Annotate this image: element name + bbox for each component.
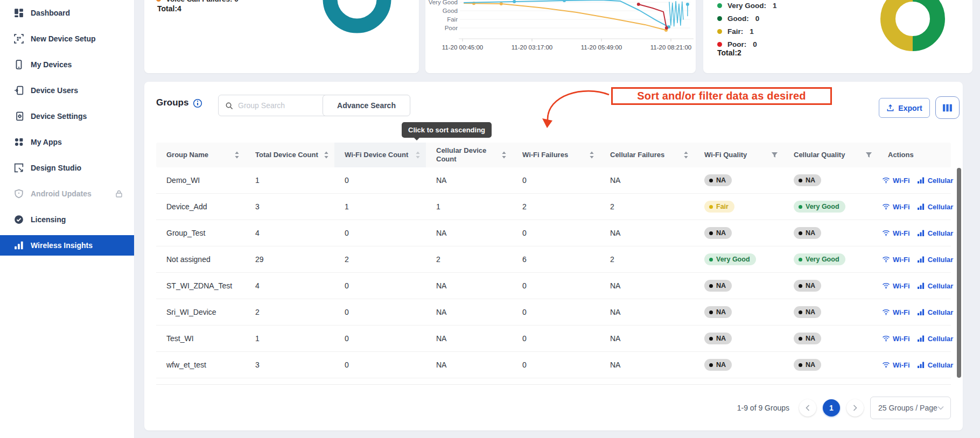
wifi-action-link[interactable]: Wi-Fi [882, 282, 910, 290]
page-size-select[interactable]: 25 Groups / Page [870, 397, 951, 419]
sidebar-item-android-updates[interactable]: Android Updates [0, 181, 134, 207]
wifi-action-link[interactable]: Wi-Fi [882, 176, 910, 185]
cell-actions: Wi-FiCellular [878, 299, 953, 325]
svg-text:Fair: Fair [447, 16, 458, 23]
sidebar-item-dashboard[interactable]: Dashboard [0, 0, 134, 26]
cell-total-device-count: 3 [245, 352, 334, 378]
cell-cellular-device-count: NA [426, 326, 512, 351]
sidebar-item-label: New Device Setup [31, 34, 96, 43]
next-page-button[interactable] [846, 399, 864, 416]
sort-icon[interactable] [415, 151, 421, 159]
sidebar-item-device-settings[interactable]: Device Settings [0, 103, 134, 129]
column-header-group-name[interactable]: Group Name [156, 143, 245, 167]
cell-cellular-quality: NA [783, 167, 878, 193]
cell-total-device-count: 1 [245, 326, 334, 351]
cellular-action-link[interactable]: Cellular [917, 229, 954, 237]
sidebar-item-licensing[interactable]: Licensing [0, 207, 134, 232]
sort-icon[interactable] [501, 151, 507, 159]
cellular-quality-card: Very Good:1Good:0Fair:1Poor:0 Total:2 [703, 0, 972, 73]
table-row-device_add: Device_Add31122FairVery GoodWi-FiCellula… [156, 194, 951, 220]
column-header-cellular-device-count[interactable]: Cellular Device Count [426, 143, 512, 167]
cell-actions: Wi-FiCellular [878, 194, 953, 220]
column-header-wi-fi-quality[interactable]: Wi-Fi Quality [694, 143, 783, 167]
cell-cellular-quality: Very Good [783, 246, 878, 272]
table-row-test_wi: Test_WI10NA0NANANAWi-FiCellular [156, 326, 951, 352]
sort-icon[interactable] [683, 151, 689, 159]
cell-wifi-device-count: 0 [334, 352, 426, 378]
cell-cellular-quality: NA [783, 352, 878, 378]
quality-badge: NA [794, 280, 821, 292]
sort-icon[interactable] [234, 151, 240, 159]
cellular-action-link[interactable]: Cellular [917, 335, 954, 343]
group-search[interactable] [218, 95, 333, 116]
quality-badge: Very Good [794, 201, 845, 213]
filter-icon[interactable] [865, 152, 872, 159]
cell-actions: Wi-FiCellular [878, 326, 953, 351]
cell-cellular-failures: NA [600, 326, 694, 351]
cell-wifi-device-count: 0 [334, 299, 426, 325]
cell-group-name: Not assigned [156, 246, 245, 272]
wifi-action-link[interactable]: Wi-Fi [882, 229, 910, 237]
wifi-icon [882, 309, 890, 315]
sort-icon[interactable] [324, 151, 329, 159]
cell-wifi-device-count: 2 [334, 246, 426, 272]
pagination-summary: 1-9 of 9 Groups [737, 404, 789, 412]
table-scrollbar-thumb[interactable] [957, 168, 961, 378]
wifi-action-link[interactable]: Wi-Fi [882, 256, 910, 264]
cell-total-device-count: 3 [245, 194, 334, 220]
teal-donut-chart [144, 0, 419, 73]
svg-text:Good: Good [443, 8, 458, 14]
groups-title: Groups [156, 97, 188, 108]
sidebar-item-design-studio[interactable]: Design Studio [0, 155, 134, 181]
wifi-icon [882, 230, 890, 236]
groups-card: Groups Advance Search Export Click to so… [144, 82, 963, 430]
column-header-cellular-quality[interactable]: Cellular Quality [783, 143, 878, 167]
cell-cellular-device-count: NA [426, 299, 512, 325]
column-header-wi-fi-device-count[interactable]: Wi-Fi Device Count [334, 143, 426, 167]
cell-cellular-device-count: NA [426, 352, 512, 378]
sidebar-item-device-users[interactable]: Device Users [0, 77, 134, 103]
prev-page-button[interactable] [799, 399, 816, 416]
sidebar-item-my-apps[interactable]: My Apps [0, 129, 134, 155]
cell-wifi-quality: NA [694, 352, 783, 378]
sidebar-item-my-devices[interactable]: My Devices [0, 52, 134, 77]
filter-icon[interactable] [771, 152, 778, 159]
cellular-action-link[interactable]: Cellular [917, 203, 954, 211]
wifi-action-link[interactable]: Wi-Fi [882, 203, 910, 211]
page-1-button[interactable]: 1 [823, 399, 840, 416]
info-icon[interactable] [193, 98, 202, 108]
wifi-action-link[interactable]: Wi-Fi [882, 335, 910, 343]
sidebar-item-label: Design Studio [31, 164, 81, 172]
cellular-action-link[interactable]: Cellular [917, 256, 954, 264]
quality-badge: Fair [704, 201, 734, 213]
cell-wifi-failures: 0 [512, 299, 600, 325]
sidebar-item-label: My Apps [31, 138, 62, 146]
column-settings-button[interactable] [935, 96, 960, 119]
cell-cellular-device-count: NA [426, 220, 512, 246]
column-header-total-device-count[interactable]: Total Device Count [245, 143, 334, 167]
wifi-action-link[interactable]: Wi-Fi [882, 361, 910, 369]
cellular-action-link[interactable]: Cellular [917, 176, 954, 185]
sort-icon[interactable] [589, 151, 594, 159]
cell-cellular-failures: NA [600, 167, 694, 193]
cellular-action-link[interactable]: Cellular [917, 308, 954, 316]
sidebar-item-wireless-insights[interactable]: Wireless Insights [0, 235, 134, 256]
advance-search-button[interactable]: Advance Search [323, 95, 410, 116]
export-button[interactable]: Export [879, 98, 930, 118]
sidebar-item-new-device-setup[interactable]: New Device Setup [0, 26, 134, 52]
column-header-wi-fi-failures[interactable]: Wi-Fi Failures [512, 143, 600, 167]
quality-badge: Very Good [704, 253, 756, 265]
cell-total-device-count: 2 [245, 299, 334, 325]
search-input[interactable] [238, 101, 313, 110]
cell-cellular-quality: NA [783, 220, 878, 246]
cell-wifi-device-count: 0 [334, 220, 426, 246]
svg-text:11-20 08:21:00: 11-20 08:21:00 [650, 44, 692, 51]
wifi-icon [882, 335, 890, 342]
cell-wifi-quality: NA [694, 167, 783, 193]
wifi-action-link[interactable]: Wi-Fi [882, 308, 910, 316]
column-header-cellular-failures[interactable]: Cellular Failures [600, 143, 694, 167]
cellular-action-link[interactable]: Cellular [917, 361, 954, 369]
cellular-icon [917, 362, 925, 368]
cellular-action-link[interactable]: Cellular [917, 282, 954, 290]
cell-actions: Wi-FiCellular [878, 167, 953, 193]
